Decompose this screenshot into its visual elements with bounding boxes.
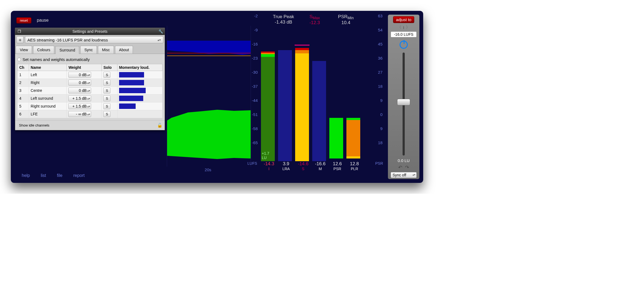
solo-button[interactable]: S	[103, 88, 110, 93]
meter-plr	[346, 34, 361, 161]
ch-name[interactable]: Centre	[29, 87, 67, 95]
help-link[interactable]: help	[22, 173, 30, 178]
settings-dialog: ❐ Settings and Presets 🔧 ＋ AES streaming…	[15, 28, 165, 130]
tab-view[interactable]: View	[16, 46, 32, 54]
dialog-footer: Show idle channels 🔓	[15, 120, 165, 130]
pause-button[interactable]: pause	[37, 18, 49, 23]
momentary-bar	[119, 96, 143, 101]
dialog-body: Set names and weights automatically Ch N…	[15, 54, 165, 120]
report-link[interactable]: report	[73, 173, 85, 178]
smax-label: S	[310, 14, 313, 19]
header-labels: True Peak -1.43 dB SMax -12.3 PSRMin 10.…	[266, 14, 369, 25]
psr-axis-label: PSR	[375, 161, 383, 166]
tab-about[interactable]: About	[115, 46, 133, 54]
lock-icon[interactable]: 🔓	[157, 123, 162, 128]
ch-num: 2	[18, 79, 29, 87]
solo-button[interactable]: S	[103, 72, 110, 78]
ch-name[interactable]: Left	[29, 71, 67, 79]
axis-tick: -30	[250, 70, 258, 84]
axis-tick: 18	[374, 140, 382, 154]
time-marker: 20s	[205, 167, 211, 172]
tab-surround[interactable]: Surround	[55, 46, 79, 54]
axis-tick: -58	[250, 126, 258, 140]
redo-icon[interactable]: ↷	[405, 164, 409, 170]
wrench-icon[interactable]: 🔧	[157, 29, 165, 34]
weight-stepper[interactable]: + 1.5 dB▴▾	[68, 95, 91, 101]
dialog-title: Settings and Presets	[23, 29, 157, 34]
ch-num: 6	[18, 110, 29, 118]
weight-stepper[interactable]: + 1.5 dB▴▾	[68, 103, 91, 109]
weight-stepper[interactable]: 0 dB▴▾	[68, 72, 91, 78]
value-plr: 12.8PLR	[346, 161, 363, 171]
weight-stepper[interactable]: 0 dB▴▾	[68, 88, 91, 93]
axis-tick: -9	[250, 28, 258, 42]
solo-button[interactable]: S	[103, 80, 110, 86]
psrmin-sub: Min	[347, 16, 354, 20]
slider-knob[interactable]	[397, 99, 410, 105]
show-idle-label[interactable]: Show idle channels	[19, 123, 49, 127]
target-letter: I	[403, 25, 404, 30]
preset-row: ＋ AES streaming -16 LUFS PSR and loudnes…	[15, 35, 165, 45]
psrmin-value: 10.4	[331, 20, 361, 25]
axis-tick: 45	[374, 42, 382, 56]
psrmin-header: PSRMin 10.4	[331, 14, 361, 25]
axis-tick: -44	[250, 98, 258, 112]
momentary-band	[167, 107, 251, 161]
reset-button[interactable]: reset	[16, 17, 31, 24]
value-i: -14.3I	[260, 161, 278, 171]
prev-target-icon[interactable]: 〈	[397, 25, 401, 30]
preset-label: AES streaming -16 LUFS PSR and loudness	[27, 38, 108, 42]
solo-button[interactable]: S	[103, 103, 110, 109]
meter-s	[295, 34, 310, 161]
power-icon[interactable]	[400, 41, 408, 49]
radio-icon[interactable]	[17, 58, 21, 61]
preset-select[interactable]: AES streaming -16 LUFS PSR and loudness …	[25, 36, 163, 43]
tab-colours[interactable]: Colours	[33, 46, 54, 54]
tab-sync[interactable]: Sync	[80, 46, 97, 54]
smax-line	[167, 53, 251, 53]
gain-slider[interactable]	[403, 53, 405, 156]
axis-tick: 27	[374, 70, 382, 84]
window-icon[interactable]: ❐	[15, 29, 23, 34]
smax-value: -12.3	[301, 20, 328, 25]
momentary-bar	[119, 88, 146, 93]
auto-names-radio-row[interactable]: Set names and weights automatically	[17, 57, 162, 62]
ch-name[interactable]: Right surround	[29, 102, 67, 110]
sync-select[interactable]: Sync off ▴▾	[391, 172, 417, 178]
value-m: -16.6M	[312, 161, 329, 171]
right-panel: adjust to 〈 I 〉 -16.0 LUFS 0.0 LU ↶ ↷ Sy…	[388, 15, 419, 179]
axis-tick: -51	[250, 112, 258, 126]
adjust-to-button[interactable]: adjust to	[393, 16, 415, 23]
weight-stepper[interactable]: 0 dB▴▾	[68, 80, 91, 86]
dialog-titlebar[interactable]: ❐ Settings and Presets 🔧	[15, 28, 165, 35]
axis-tick: -16	[250, 42, 258, 56]
channel-row: 3Centre0 dB▴▾S	[18, 87, 162, 95]
file-link[interactable]: file	[57, 173, 62, 178]
smax-sub: Max	[313, 16, 320, 20]
value-psr: 12.6PSR	[329, 161, 346, 171]
undo-icon[interactable]: ↶	[398, 164, 402, 170]
momentary-bar	[119, 72, 144, 77]
col-name: Name	[29, 64, 67, 71]
solo-button[interactable]: S	[103, 95, 110, 101]
meter-m	[312, 34, 327, 161]
loudness-history-chart: 20s	[167, 26, 251, 167]
shortterm-band	[167, 41, 251, 60]
lufs-axis: -2-9-16-23-30-37-44-51-58-65	[250, 14, 258, 154]
axis-tick: 63	[374, 14, 382, 28]
value-lra: 3.9LRA	[278, 161, 295, 171]
ch-name[interactable]: Left surround	[29, 95, 67, 102]
channel-row: 2Right0 dB▴▾S	[18, 79, 162, 87]
tab-misc[interactable]: Misc	[98, 46, 114, 54]
col-weight: Weight	[67, 64, 102, 71]
target-value[interactable]: -16.0 LUFS	[391, 31, 417, 37]
bottom-bar: help list file report	[22, 173, 85, 178]
value-s: -14.6S	[295, 161, 312, 171]
next-target-icon[interactable]: 〉	[406, 25, 410, 30]
ch-name[interactable]: Right	[29, 79, 67, 87]
list-link[interactable]: list	[41, 173, 46, 178]
solo-button[interactable]: S	[103, 111, 110, 117]
add-preset-button[interactable]: ＋	[17, 36, 24, 43]
weight-stepper[interactable]: - ∞ dB▴▾	[68, 111, 91, 117]
ch-name[interactable]: LFE	[29, 110, 67, 118]
